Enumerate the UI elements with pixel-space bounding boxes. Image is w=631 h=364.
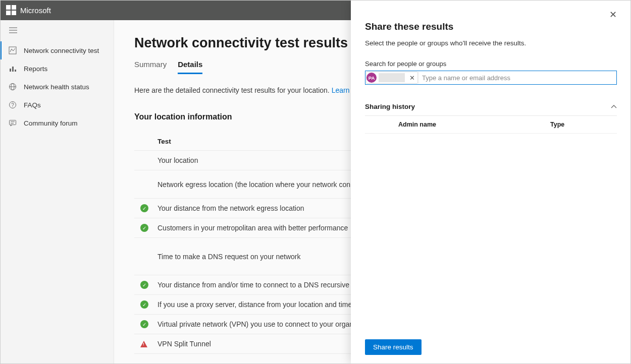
sidebar-item-label: Reports xyxy=(24,65,47,73)
row-text: Customers in your metropolitan area with… xyxy=(157,224,348,232)
avatar: PA xyxy=(366,73,377,83)
column-type: Type xyxy=(550,121,611,128)
svg-rect-16 xyxy=(10,120,16,125)
sidebar: Network connectivity test Reports Networ… xyxy=(0,20,114,364)
sidebar-item-label: Community forum xyxy=(24,119,78,127)
share-results-button[interactable]: Share results xyxy=(365,339,422,355)
check-circle-icon: ✓ xyxy=(140,281,148,289)
column-admin-name: Admin name xyxy=(371,121,550,128)
table-header-test: Test xyxy=(157,138,171,145)
sidebar-item-health[interactable]: Network health status xyxy=(0,78,114,96)
close-button[interactable]: ✕ xyxy=(609,9,617,20)
check-circle-icon: ✓ xyxy=(140,300,148,309)
row-text: Your distance from and/or time to connec… xyxy=(157,281,377,289)
row-text: Your distance from the network egress lo… xyxy=(157,204,304,212)
share-panel: ✕ Share these results Select the people … xyxy=(351,0,631,364)
panel-subtitle: Select the people or groups who'll recei… xyxy=(365,39,617,47)
panel-title: Share these results xyxy=(365,21,617,32)
search-field-label: Search for people or groups xyxy=(365,60,617,68)
comment-icon xyxy=(9,119,17,127)
tab-summary[interactable]: Summary xyxy=(134,60,167,74)
check-circle-icon: ✓ xyxy=(140,224,148,232)
people-search-input[interactable] xyxy=(418,72,616,84)
sidebar-item-faqs[interactable]: ? FAQs xyxy=(0,96,114,114)
row-text: Time to make a DNS request on your netwo… xyxy=(157,253,301,261)
check-circle-icon: ✓ xyxy=(140,204,148,212)
tab-details[interactable]: Details xyxy=(178,60,202,74)
sidebar-item-reports[interactable]: Reports xyxy=(0,59,114,78)
svg-rect-1 xyxy=(12,5,16,10)
history-column-headers: Admin name Type xyxy=(365,116,617,134)
warning-triangle-icon xyxy=(140,341,147,347)
sharing-history-title: Sharing history xyxy=(365,103,415,110)
row-text: Virtual private network (VPN) you use to… xyxy=(157,320,374,328)
chip-name-redacted xyxy=(379,73,405,82)
row-text: Your location xyxy=(157,156,198,164)
close-icon: ✕ xyxy=(409,74,415,82)
sidebar-item-label: Network health status xyxy=(24,83,89,91)
people-picker[interactable]: PA ✕ xyxy=(365,71,617,85)
globe-icon xyxy=(9,83,17,91)
row-text: VPN Split Tunnel xyxy=(157,340,211,348)
hamburger-icon xyxy=(9,26,17,35)
microsoft-logo-icon xyxy=(6,5,16,15)
chart-line-icon xyxy=(9,46,17,54)
sidebar-item-label: FAQs xyxy=(24,101,41,109)
chevron-up-icon xyxy=(611,103,617,110)
svg-text:?: ? xyxy=(11,102,14,108)
svg-rect-0 xyxy=(6,5,11,10)
sidebar-item-label: Network connectivity test xyxy=(24,47,99,54)
help-icon: ? xyxy=(9,101,17,109)
sidebar-toggle[interactable] xyxy=(0,20,114,41)
sidebar-item-community[interactable]: Community forum xyxy=(0,114,114,132)
svg-rect-3 xyxy=(12,11,16,15)
brand-name: Microsoft xyxy=(20,6,51,15)
svg-rect-8 xyxy=(10,69,11,72)
bar-chart-icon xyxy=(9,65,17,73)
check-circle-icon: ✓ xyxy=(140,320,148,328)
svg-rect-9 xyxy=(12,67,14,72)
close-icon: ✕ xyxy=(609,10,617,20)
chip-remove-button[interactable]: ✕ xyxy=(407,74,417,82)
sharing-history-header[interactable]: Sharing history xyxy=(365,98,617,116)
selected-person-chip: PA ✕ xyxy=(366,72,418,84)
brand-logo[interactable]: Microsoft xyxy=(6,5,51,15)
sidebar-item-network-test[interactable]: Network connectivity test xyxy=(0,41,114,59)
svg-rect-2 xyxy=(6,11,11,15)
svg-rect-10 xyxy=(15,70,16,72)
